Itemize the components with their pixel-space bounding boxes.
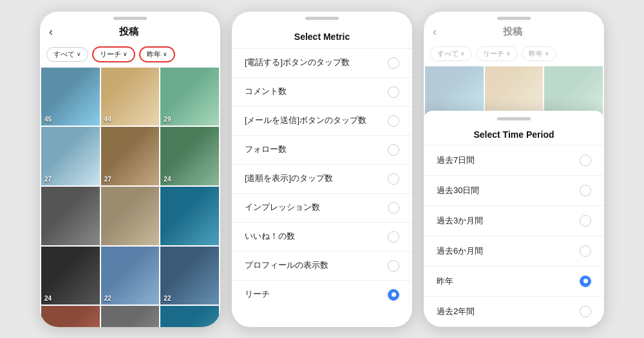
metric-item[interactable]: フォロー数	[232, 136, 412, 165]
radio-circle-7days[interactable]	[580, 155, 591, 166]
filter-reach-label: リーチ	[100, 50, 121, 59]
radio-circle-30days[interactable]	[580, 185, 591, 196]
time-item-6months[interactable]: 過去6か月間	[424, 236, 604, 267]
radio-circle[interactable]	[388, 86, 399, 98]
metric-label-reach: リーチ	[245, 289, 270, 300]
radio-circle[interactable]	[388, 57, 399, 69]
chev: ∨	[506, 50, 511, 57]
photo-cell[interactable]	[101, 187, 160, 245]
phone-2: Select Metric [電話する]ボタンのタップ数 コメント数 [メールを…	[232, 12, 412, 327]
notch-1	[40, 12, 220, 23]
filter3-all[interactable]: すべて ∨	[430, 46, 472, 61]
time-notch	[424, 111, 604, 123]
phone-1: ‹ 投稿 すべて ∨ リーチ ∨ 昨年 ∨ 45 44 29 27 27 24 …	[40, 12, 220, 327]
time-label: 過去3か月間	[437, 215, 483, 227]
radio-circle-lastyear[interactable]	[580, 276, 591, 287]
radio-circle-6months[interactable]	[580, 245, 591, 257]
time-label: 過去2年間	[437, 306, 475, 317]
radio-circle-2years[interactable]	[580, 306, 591, 317]
filter-all-label: すべて	[53, 50, 75, 59]
phone-3: ‹ 投稿 すべて ∨ リーチ ∨ 昨年 ∨ 45 44 29 27 27 24	[424, 12, 604, 327]
photo-cell[interactable]: 22	[160, 247, 219, 305]
photo-count: 22	[104, 295, 111, 302]
photo-count: 27	[104, 176, 111, 183]
filter3-reach[interactable]: リーチ ∨	[476, 46, 518, 61]
metric-item[interactable]: プロフィールの表示数	[232, 252, 412, 281]
metric-item[interactable]: [メールを送信]ボタンのタップ数	[232, 107, 412, 136]
photo-cell[interactable]: 21	[41, 306, 100, 326]
photo-cell[interactable]	[160, 187, 219, 245]
notch-pill-1	[113, 17, 147, 20]
photo-cell[interactable]	[41, 187, 100, 245]
notch-3	[424, 12, 604, 23]
phone3-header: ‹ 投稿	[424, 23, 604, 44]
photo-cell[interactable]: 24	[41, 247, 100, 305]
metric-item[interactable]: [電話する]ボタンのタップ数	[232, 49, 412, 78]
back-button-1[interactable]: ‹	[49, 25, 53, 39]
radio-circle-3months[interactable]	[580, 215, 591, 227]
photo-cell[interactable]: 20	[160, 306, 219, 326]
time-period-panel: Select Time Period 過去7日間 過去30日間 過去3か月間 過…	[424, 111, 604, 327]
phone1-header: ‹ 投稿	[40, 23, 220, 44]
filter3-year-label: 昨年	[529, 49, 543, 59]
filter-reach-chev: ∨	[123, 51, 128, 57]
time-item-2years[interactable]: 過去2年間	[424, 297, 604, 327]
metric-panel: Select Metric [電話する]ボタンのタップ数 コメント数 [メールを…	[232, 23, 412, 306]
metric-item[interactable]: いいね！の数	[232, 223, 412, 252]
filter-year[interactable]: 昨年 ∨	[139, 46, 175, 62]
metric-item-reach[interactable]: リーチ	[232, 281, 412, 306]
filter-all-chev: ∨	[77, 51, 81, 57]
time-item-30days[interactable]: 過去30日間	[424, 176, 604, 206]
photo-cell[interactable]: 27	[41, 127, 100, 185]
radio-circle-selected[interactable]	[388, 289, 399, 301]
time-label: 過去6か月間	[437, 245, 483, 257]
filter-year-chev: ∨	[163, 51, 167, 57]
time-label: 過去7日間	[437, 155, 475, 166]
filter-all[interactable]: すべて ∨	[46, 47, 88, 62]
metric-panel-title: Select Metric	[232, 23, 412, 49]
radio-circle[interactable]	[388, 231, 399, 243]
radio-circle[interactable]	[388, 173, 399, 185]
photo-grid-1: 45 44 29 27 27 24 24 22 22 21 21 20	[40, 68, 220, 327]
metric-label: いいね！の数	[245, 231, 295, 242]
back-button-3[interactable]: ‹	[433, 25, 437, 39]
metric-item[interactable]: インプレッション数	[232, 194, 412, 223]
time-item-3months[interactable]: 過去3か月間	[424, 206, 604, 236]
photo-count: 44	[104, 116, 111, 123]
time-item-7days[interactable]: 過去7日間	[424, 146, 604, 176]
radio-circle[interactable]	[388, 144, 399, 156]
filter-row-1: すべて ∨ リーチ ∨ 昨年 ∨	[40, 44, 220, 68]
time-notch-pill	[497, 117, 531, 120]
notch-pill-2	[305, 17, 339, 20]
photo-cell[interactable]: 24	[160, 127, 219, 185]
photo-cell[interactable]: 21	[101, 306, 160, 326]
filter-year-label: 昨年	[147, 50, 161, 59]
filter3-year[interactable]: 昨年 ∨	[522, 46, 556, 61]
photo-cell[interactable]: 44	[101, 68, 160, 126]
filter-row-3: すべて ∨ リーチ ∨ 昨年 ∨	[424, 44, 604, 66]
time-label-lastyear: 昨年	[437, 276, 453, 287]
metric-item[interactable]: [道順を表示]のタップ数	[232, 165, 412, 194]
radio-circle[interactable]	[388, 202, 399, 214]
photo-cell[interactable]: 22	[101, 247, 160, 305]
photo-count: 29	[164, 116, 171, 123]
metric-label: [道順を表示]のタップ数	[245, 173, 333, 184]
notch-2	[232, 12, 412, 23]
phone1-title: 投稿	[58, 26, 200, 38]
time-label: 過去30日間	[437, 185, 479, 196]
filter3-reach-label: リーチ	[483, 49, 504, 59]
time-item-lastyear[interactable]: 昨年	[424, 267, 604, 297]
metric-item[interactable]: コメント数	[232, 78, 412, 107]
metric-label: フォロー数	[245, 144, 287, 155]
metric-label: コメント数	[245, 86, 287, 97]
filter-reach[interactable]: リーチ ∨	[92, 46, 135, 62]
photo-cell[interactable]: 29	[160, 68, 219, 126]
photo-cell[interactable]: 45	[41, 68, 100, 126]
time-panel-title: Select Time Period	[424, 123, 604, 146]
photo-count: 22	[164, 295, 171, 302]
photo-cell[interactable]: 27	[101, 127, 160, 185]
metric-list: [電話する]ボタンのタップ数 コメント数 [メールを送信]ボタンのタップ数 フォ…	[232, 49, 412, 306]
radio-circle[interactable]	[388, 260, 399, 272]
radio-circle[interactable]	[388, 115, 399, 127]
time-list: 過去7日間 過去30日間 過去3か月間 過去6か月間 昨年 過去2年間	[424, 146, 604, 327]
